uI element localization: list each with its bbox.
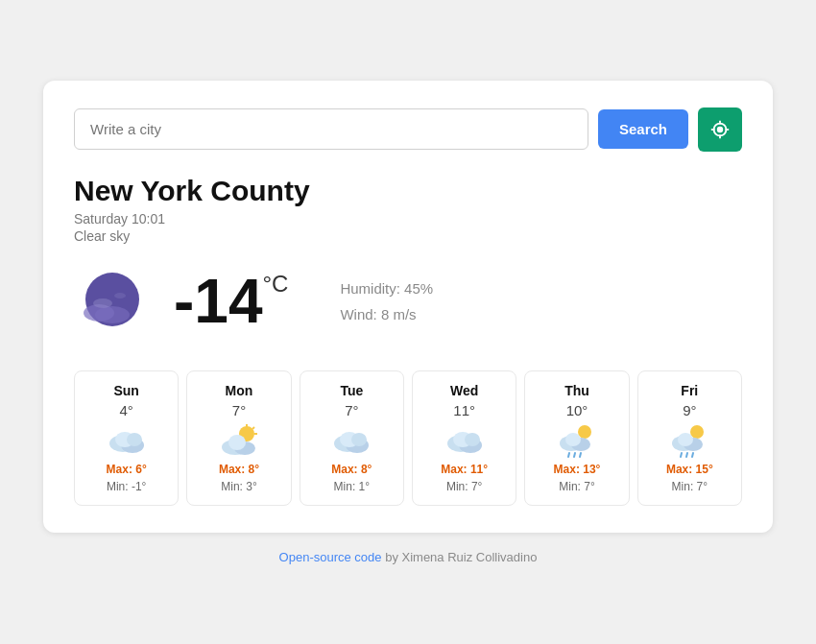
forecast-weather-icon (218, 422, 260, 459)
svg-line-18 (252, 427, 254, 429)
forecast-min-temp: Min: 7° (446, 480, 482, 493)
temperature-value: -14 (174, 271, 263, 332)
forecast-weather-icon (556, 422, 598, 459)
svg-line-43 (686, 453, 687, 457)
footer: Open-source code by Ximena Ruiz Collivad… (279, 550, 538, 564)
forecast-weather-icon (330, 422, 372, 459)
wind: Wind: 8 m/s (340, 301, 433, 327)
location-button[interactable] (698, 107, 742, 152)
forecast-day-label: Tue (340, 383, 363, 398)
location-icon (709, 119, 731, 140)
forecast-max-temp: Max: 8° (331, 463, 372, 476)
weather-details: Humidity: 45% Wind: 8 m/s (340, 275, 433, 327)
forecast-card: Sun 4° Max: 6° Min: -1° (74, 370, 179, 506)
search-input[interactable] (74, 108, 588, 150)
forecast-day-label: Wed (450, 383, 478, 398)
forecast-weather-icon (668, 422, 710, 459)
forecast-card: Tue 7° Max: 8° Min: 1° (300, 370, 404, 506)
weather-main: -14 °C Humidity: 45% Wind: 8 m/s (74, 263, 742, 340)
svg-point-15 (127, 433, 142, 446)
forecast-day-label: Sun (113, 383, 138, 398)
search-row: Search (74, 107, 742, 152)
forecast-day-label: Thu (564, 383, 589, 398)
forecast-temperature: 9° (683, 402, 696, 418)
search-button[interactable]: Search (598, 109, 688, 149)
forecast-weather-icon (106, 422, 148, 459)
svg-line-36 (574, 453, 575, 457)
svg-point-30 (465, 433, 480, 446)
city-name: New York County (74, 175, 742, 207)
forecast-card: Wed 11° Max: 11° Min: 7° (412, 370, 516, 506)
temperature-unit: °C (263, 271, 289, 298)
svg-line-35 (568, 453, 569, 457)
forecast-day-label: Fri (681, 383, 698, 398)
forecast-card: Fri 9° Max: 15° Min: 7° (637, 370, 742, 506)
weather-card: Search New York County Saturday 10:01 Cl… (43, 81, 773, 533)
svg-point-26 (351, 433, 367, 446)
weather-condition-icon (74, 263, 151, 340)
svg-point-2 (718, 127, 723, 131)
forecast-temperature: 7° (345, 402, 358, 418)
forecast-min-temp: Min: 1° (334, 480, 370, 493)
svg-point-41 (678, 433, 693, 446)
forecast-row: Sun 4° Max: 6° Min: -1° Mon 7° M (74, 370, 742, 506)
svg-point-10 (93, 298, 112, 308)
svg-line-37 (580, 453, 581, 457)
svg-line-44 (692, 453, 693, 457)
humidity: Humidity: 45% (340, 275, 433, 301)
forecast-min-temp: Min: 7° (672, 480, 708, 493)
temperature-display: -14 °C (174, 271, 288, 332)
svg-line-42 (681, 453, 682, 457)
forecast-min-temp: Min: 3° (221, 480, 256, 493)
city-datetime: Saturday 10:01 (74, 211, 742, 227)
svg-point-9 (95, 306, 130, 323)
svg-point-34 (565, 433, 581, 446)
forecast-max-temp: Max: 13° (554, 463, 601, 476)
forecast-temperature: 11° (453, 402, 475, 418)
forecast-card: Thu 10° Max: 13° Min: 7° (524, 370, 629, 506)
footer-author: by Ximena Ruiz Collivadino (382, 550, 538, 564)
forecast-temperature: 7° (232, 402, 246, 418)
svg-point-22 (228, 435, 246, 450)
forecast-day-label: Mon (226, 383, 253, 398)
forecast-temperature: 10° (566, 402, 588, 418)
forecast-weather-icon (444, 422, 486, 459)
svg-point-11 (114, 293, 126, 298)
forecast-max-temp: Max: 8° (219, 463, 259, 476)
city-condition: Clear sky (74, 228, 742, 244)
forecast-max-temp: Max: 11° (441, 463, 488, 476)
forecast-min-temp: Min: -1° (107, 480, 146, 493)
forecast-max-temp: Max: 15° (666, 463, 713, 476)
forecast-card: Mon 7° Max: 8° Min: 3° (186, 370, 291, 506)
forecast-max-temp: Max: 6° (107, 463, 147, 476)
forecast-temperature: 4° (119, 402, 132, 418)
footer-link[interactable]: Open-source code (279, 550, 382, 564)
forecast-min-temp: Min: 7° (559, 480, 594, 493)
